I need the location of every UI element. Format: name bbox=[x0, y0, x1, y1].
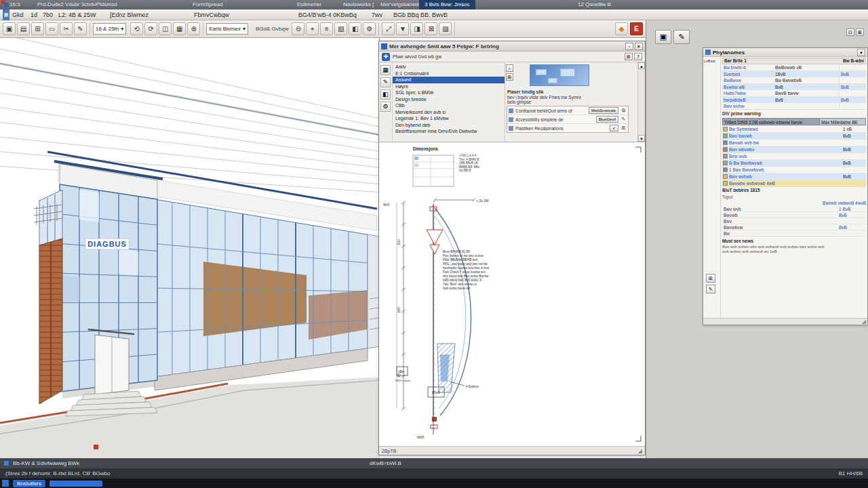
tree-row[interactable]: Høyre bbox=[393, 83, 505, 90]
table-row[interactable]: 1 Bwv Bwvwbvwb bbox=[722, 167, 866, 174]
table-row[interactable]: Bwv wvbwb BvB bbox=[722, 174, 866, 180]
table-row[interactable]: Bew wvb bbox=[722, 153, 866, 160]
option-button[interactable]: ✓ bbox=[610, 125, 618, 131]
dialog-rail-button[interactable]: ⚙ bbox=[380, 102, 391, 112]
toolbar-dropdown-scale[interactable]: 16 & 25th▾ bbox=[93, 23, 126, 35]
toolbar-button[interactable]: ▦ bbox=[173, 22, 186, 35]
panel-titlebar[interactable]: Phylanomes ▾ bbox=[703, 48, 867, 57]
menu-item[interactable]: 7b0 bbox=[43, 9, 53, 20]
taskbar-task-button[interactable] bbox=[50, 481, 102, 487]
toolbar-button[interactable]: ▤ bbox=[17, 22, 30, 35]
table-row[interactable]: Bw Symmlewd 1 vB bbox=[722, 126, 866, 133]
toolbar-button[interactable]: ≡ bbox=[320, 22, 333, 35]
tree-row[interactable]: Legende 1: Bev 1 sMvbw bbox=[393, 115, 505, 122]
table-header[interactable]: Bar Brite 1 Bw B-wbv bbox=[722, 58, 866, 64]
option-extra-icon[interactable]: ⧉ bbox=[620, 108, 627, 113]
menu-item[interactable]: FbmvCwbqw bbox=[194, 9, 229, 20]
dialog-titlebar[interactable]: Mer avhengde Smit aaw 5 Pelgw: F betring… bbox=[379, 41, 645, 52]
toolbar-button[interactable]: ▭ bbox=[45, 22, 58, 35]
table-row[interactable]: Bwvwbvw BvB bbox=[722, 224, 866, 230]
preview-tool-button[interactable]: ▫ bbox=[506, 64, 513, 72]
table-row[interactable]: Bw bbox=[722, 230, 866, 237]
option-button[interactable]: WebSmeicwk bbox=[589, 107, 618, 114]
toolbar-button[interactable]: ▨ bbox=[439, 22, 452, 35]
table-row[interactable]: B Bw Bwvbwvwb BvB bbox=[722, 160, 866, 167]
tree-row[interactable]: Arkiv bbox=[393, 64, 505, 70]
toolbar-button[interactable]: ✂ bbox=[60, 22, 73, 35]
table-row[interactable]: Bwv bwvwb BvB bbox=[722, 133, 866, 140]
table-row[interactable]: Bw brwbr-b BwBvwwb vB bbox=[722, 64, 866, 71]
titlebar-item[interactable]: Estimerier bbox=[297, 0, 321, 9]
selected-row[interactable]: Trilled DIN5 2.0B vwbvwb wbwvw bwvw Max … bbox=[722, 118, 866, 125]
table-row[interactable]: Bwvwbv wvbwvwb 4wB bbox=[722, 180, 866, 187]
toolbar-button[interactable]: ▧ bbox=[334, 22, 347, 35]
tree-row[interactable]: E:1 Cmbsmall/4 bbox=[393, 70, 505, 77]
tree-row[interactable]: Den bybend deb bbox=[393, 122, 505, 129]
toolbar-dropdown-style[interactable]: Earls Blvmez▾ bbox=[206, 23, 248, 35]
scroll-down-icon[interactable]: ▼ bbox=[638, 135, 645, 142]
dialog-close-button[interactable]: ✕ bbox=[635, 43, 643, 50]
toolbar-button[interactable]: ⤢ bbox=[382, 22, 395, 35]
toolbar-record-button[interactable]: E bbox=[630, 22, 643, 35]
table-row[interactable]: bwqwbdwB BvB BvB bbox=[722, 97, 866, 104]
menu-item[interactable]: [Ednz Blwmez bbox=[110, 9, 149, 20]
resize-grip-icon[interactable]: ◢ bbox=[638, 448, 642, 454]
titlebar-item[interactable]: FormSpread bbox=[193, 0, 222, 9]
table-row[interactable]: BwBwvw Bw BwvwbvB bbox=[722, 77, 866, 84]
table-row[interactable]: Sverbed 1BvB BvB bbox=[722, 71, 866, 78]
table-row[interactable]: Bwv wvb 1 BvB bbox=[722, 206, 866, 212]
titlebar-item[interactable]: Prd-Dude2 Vdubr 3chrb/Pldsmsd bbox=[37, 0, 117, 9]
dialog-rail-button[interactable]: ▦ bbox=[380, 65, 391, 75]
toolbar-highlight-button[interactable]: ◆ bbox=[615, 22, 628, 35]
titlebar-active-tab[interactable]: 3 Bvls Bvw: Jmsoc bbox=[419, 0, 475, 9]
table-row[interactable]: Bwv wvbw bbox=[722, 103, 866, 110]
toolbar-button[interactable]: ▣ bbox=[3, 22, 16, 35]
drawing-canvas[interactable]: B10 B85 B5w + 2b.3W WIX bbox=[379, 142, 645, 446]
dialog-minimize-button[interactable]: ▫ bbox=[625, 43, 633, 50]
menu-item[interactable]: BG4/B'wB-4 0KBwBq bbox=[298, 9, 357, 20]
toolbar-button[interactable]: ◨ bbox=[410, 22, 423, 35]
toolbar-button[interactable]: ✎ bbox=[74, 22, 87, 35]
tree-row[interactable]: Design bredde bbox=[393, 96, 505, 103]
rail-edit-button[interactable]: ✎ bbox=[706, 285, 715, 293]
rail-add-button[interactable]: ⊞ bbox=[706, 274, 715, 283]
resize-grip-icon[interactable]: ◢ bbox=[862, 319, 866, 325]
tree-row[interactable]: SGL bpm: s BMW- bbox=[393, 89, 505, 96]
table-row[interactable]: Bwv wbvwbv BvB bbox=[722, 146, 866, 153]
tree-row[interactable]: Bedriftsnormer inne Dmv/Dvb Dwbvdw bbox=[393, 128, 505, 135]
menu-item[interactable]: 1d bbox=[31, 9, 37, 20]
toolbar-button[interactable]: ⊕ bbox=[187, 22, 200, 35]
taskbar-app-icon[interactable] bbox=[2, 480, 9, 487]
rail-label[interactable]: LvBwd bbox=[704, 58, 719, 64]
tree-row[interactable]: CBb bbox=[393, 102, 505, 109]
preview-image[interactable] bbox=[530, 64, 589, 86]
toolbar-button[interactable]: ⊖ bbox=[292, 22, 304, 35]
tree-row[interactable]: Assund bbox=[393, 77, 505, 83]
menu-item[interactable]: Gkd bbox=[12, 9, 24, 20]
menu-item[interactable]: 7wv bbox=[372, 9, 382, 20]
tree-row[interactable]: Merverksomt den avb s/ bbox=[393, 109, 505, 116]
dialog-rail-button[interactable]: ◧ bbox=[380, 89, 391, 100]
table-row[interactable]: Bwv bbox=[722, 218, 866, 224]
panel-menu-button[interactable]: ▾ bbox=[857, 49, 865, 56]
toolbar-button[interactable]: ⚙ bbox=[363, 22, 376, 35]
toolbar-button[interactable]: ⟳ bbox=[144, 22, 157, 35]
table-c-header[interactable]: Bwvwb vwbwvB 4wvB bbox=[722, 200, 866, 206]
table-row[interactable]: Bvwbw wB BvB BvB bbox=[722, 84, 866, 91]
window-restore-button[interactable]: ⊡ bbox=[846, 28, 854, 36]
titlebar-item[interactable]: Navisworks [ bbox=[343, 0, 374, 9]
toolbar-button[interactable]: ▼ bbox=[396, 22, 409, 35]
toolbar-button[interactable]: ◫ bbox=[159, 22, 172, 35]
dialog-toolbar-grid-button[interactable]: ⊞ bbox=[625, 53, 633, 60]
toolbar-button[interactable]: ⊠ bbox=[425, 22, 437, 35]
menu-item[interactable]: BGb BBq BB. BwvB bbox=[393, 9, 448, 20]
option-extra-icon[interactable]: ✎ bbox=[620, 117, 627, 122]
toolbar-button[interactable]: ⟲ bbox=[130, 22, 143, 35]
table-row[interactable]: Bwvwb wvb bw bbox=[722, 140, 866, 146]
add-icon[interactable]: ✚ bbox=[382, 53, 390, 61]
side-toolbar-button[interactable]: ✎ bbox=[673, 30, 690, 44]
menu-item[interactable]: L2: 4B & 25W bbox=[58, 9, 96, 20]
scroll-up-icon[interactable]: ▲ bbox=[638, 62, 645, 69]
properties-scrollbar[interactable]: ▲ ▼ bbox=[637, 62, 645, 142]
dialog-toolbar-help-button[interactable]: ? bbox=[634, 53, 642, 60]
